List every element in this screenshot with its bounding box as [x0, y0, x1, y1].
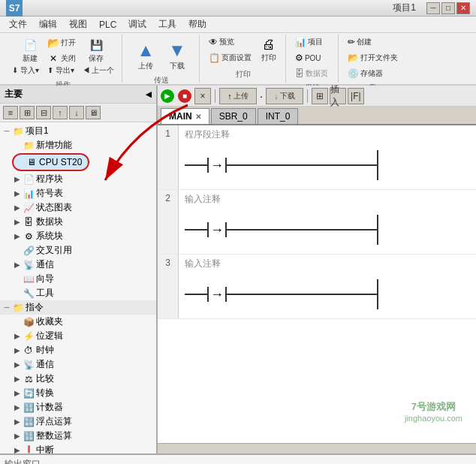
- preview-label: 预览: [219, 37, 234, 47]
- horizontal-scrollbar[interactable]: [158, 443, 476, 453]
- store-button[interactable]: 💿 存储器: [345, 66, 401, 81]
- sidebar-collapse[interactable]: ◀: [146, 90, 152, 98]
- rung-element-2: →: [207, 222, 227, 238]
- tree-item-float[interactable]: ▶ 浮点运算: [0, 414, 156, 429]
- expand-sys: ▶: [12, 231, 23, 242]
- tree-item-prog[interactable]: ▶ 程序块: [0, 172, 156, 186]
- print-label: 打印: [261, 53, 276, 63]
- tree-label-cmd-root: 指令: [26, 301, 44, 314]
- tab-main-close[interactable]: ✕: [195, 113, 201, 121]
- sys-icon: [23, 230, 35, 243]
- create-button[interactable]: ✏ 创建: [345, 35, 401, 50]
- int-op-icon: [23, 430, 35, 442]
- sidebar-btn-2[interactable]: ⊞: [20, 106, 35, 119]
- sidebar-btn-1[interactable]: ≡: [3, 106, 18, 119]
- tree-item-clock[interactable]: ▶ 时钟: [0, 343, 156, 357]
- tree-item-guide[interactable]: 向导: [0, 272, 156, 286]
- toolbar-group-operation: 新建 打开 关闭 保存: [5, 35, 122, 83]
- tree-item-int-op[interactable]: ▶ 整数运算: [0, 429, 156, 443]
- page-setup-button[interactable]: 📋 页面设置: [206, 50, 255, 65]
- print-button[interactable]: 🖨 打印: [257, 35, 281, 65]
- tab-main[interactable]: MAIN ✕: [161, 108, 209, 124]
- sidebar-btn-3[interactable]: ⊟: [36, 106, 51, 119]
- run-button[interactable]: ▶: [161, 89, 174, 103]
- row-comment-3: 输入注释: [185, 258, 470, 270]
- tree-item-data[interactable]: ▶ 数据块: [0, 215, 156, 229]
- tree-label-cross: 交叉引用: [36, 244, 72, 257]
- tab-sbr0[interactable]: SBR_0: [211, 108, 256, 124]
- tree-item-new-func[interactable]: 新增功能: [0, 138, 156, 152]
- tree-item-comm[interactable]: ▶ 通信: [0, 258, 156, 272]
- project-button[interactable]: 📊 项目: [292, 35, 333, 50]
- menu-file[interactable]: 文件: [3, 17, 33, 32]
- pou-button[interactable]: ⚙ POU: [292, 50, 333, 65]
- preview-icon: 👁: [209, 37, 218, 47]
- stop-button[interactable]: ■: [178, 89, 191, 103]
- menu-edit[interactable]: 编辑: [33, 17, 63, 32]
- tree-item-comm2[interactable]: ▶ 通信: [0, 357, 156, 372]
- menu-view[interactable]: 视图: [63, 17, 93, 32]
- transfer-label: 传送: [154, 75, 169, 86]
- rung-end-3: [377, 279, 378, 309]
- rt-mode-btn[interactable]: |F|: [348, 88, 364, 104]
- db-button[interactable]: 🗄 数据页: [292, 66, 333, 81]
- tree-item-cross[interactable]: 交叉引用: [0, 243, 156, 258]
- v-line-1: [207, 158, 209, 173]
- preview-button[interactable]: 👁 预览: [206, 35, 255, 50]
- tab-int0[interactable]: INT_0: [258, 108, 299, 124]
- sidebar-btn-4[interactable]: ↑: [53, 106, 68, 119]
- export-button[interactable]: ⬆ 导出▾: [44, 63, 77, 78]
- menu-help[interactable]: 帮助: [182, 17, 212, 32]
- tree-item-convert[interactable]: ▶ 转换: [0, 386, 156, 400]
- tree-item-compare[interactable]: ▶ 比较: [0, 372, 156, 386]
- open-folder-button[interactable]: 📂 打开文件夹: [345, 50, 401, 65]
- tree-item-cmd-root[interactable]: ─ 指令: [0, 300, 156, 315]
- tree-item-tool[interactable]: 工具: [0, 286, 156, 300]
- sidebar-header: 主要 ◀: [0, 86, 156, 104]
- expand-convert: ▶: [12, 388, 23, 399]
- rt-insert-btn[interactable]: 插入: [330, 88, 346, 104]
- tree-item-sym[interactable]: ▶ 符号表: [0, 186, 156, 200]
- create-icon: ✏: [348, 37, 355, 47]
- new-button[interactable]: 新建: [18, 35, 42, 66]
- rt-download-btn[interactable]: ↓ 下载: [266, 88, 303, 104]
- sidebar-btn-5[interactable]: ↓: [69, 106, 84, 119]
- sidebar-btn-6[interactable]: 🖥: [86, 106, 101, 119]
- rt-upload-btn[interactable]: ↑ 上传: [219, 88, 257, 104]
- page-icon: 📋: [209, 53, 220, 63]
- upload-button[interactable]: ▲ 上传: [133, 38, 158, 74]
- rt-divider: ·: [258, 90, 264, 102]
- prev-button[interactable]: ◀ 上一个: [80, 63, 118, 78]
- open-folder-label: 打开文件夹: [360, 53, 398, 63]
- tree-item-counter[interactable]: ▶ 计数器: [0, 400, 156, 414]
- minimize-button[interactable]: ─: [426, 2, 440, 14]
- tree-item-bit-logic[interactable]: ▶ 位逻辑: [0, 329, 156, 343]
- sidebar: 主要 ◀ ≡ ⊞ ⊟ ↑ ↓ 🖥 ─ 项目1: [0, 86, 158, 453]
- row-content-2: 输入注释 →: [179, 190, 476, 254]
- row-num-2: 2: [158, 190, 179, 254]
- maximize-button[interactable]: □: [441, 2, 455, 14]
- import-button[interactable]: ⬇ 导入▾: [9, 63, 42, 78]
- menu-tools[interactable]: 工具: [152, 17, 182, 32]
- rung-right-line-3: [227, 294, 377, 295]
- tree-item-collect[interactable]: 收藏夹: [0, 315, 156, 329]
- editor-area[interactable]: 1 程序段注释 →: [158, 125, 476, 443]
- expand-cpu: [15, 157, 26, 167]
- close-button[interactable]: ✕: [456, 2, 470, 14]
- rt-cursor-btn[interactable]: ⊞: [312, 88, 328, 104]
- open-button[interactable]: 打开: [44, 35, 82, 50]
- editor-row-1: 1 程序段注释 →: [158, 125, 476, 190]
- tree-item-cpu[interactable]: CPU ST20: [12, 153, 89, 171]
- chart-icon: [23, 202, 35, 214]
- download-button[interactable]: ▼ 下载: [164, 38, 190, 74]
- tree-item-sys[interactable]: ▶ 系统块: [0, 229, 156, 243]
- save-button[interactable]: 保存: [84, 35, 108, 66]
- menu-debug[interactable]: 调试: [122, 17, 152, 32]
- menu-plc[interactable]: PLC: [93, 18, 122, 32]
- import-label: ⬇ 导入▾: [12, 65, 39, 76]
- tree-item-root[interactable]: ─ 项目1: [0, 124, 156, 138]
- save-icon: [88, 37, 104, 53]
- tree-item-chart[interactable]: ▶ 状态图表: [0, 200, 156, 215]
- tree-item-interrupt[interactable]: ▶ 中断: [0, 443, 156, 453]
- rt-pause-btn[interactable]: ×: [194, 88, 211, 104]
